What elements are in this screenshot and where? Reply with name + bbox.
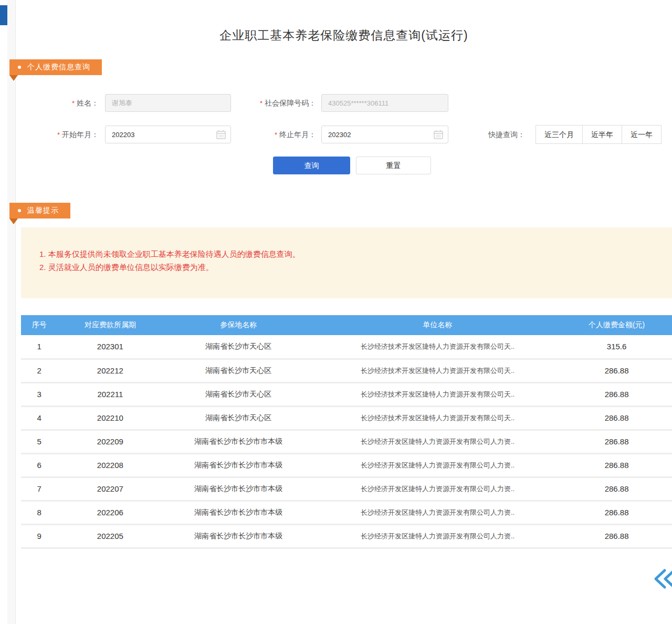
table-cell: 湖南省长沙市天心区: [163, 382, 314, 406]
table-row: 3202211湖南省长沙市天心区长沙经济技术开发区捷特人力资源开发有限公司天..…: [21, 382, 672, 406]
notice-line-2: 2. 灵活就业人员的缴费单位信息以实际缴费为准。: [39, 261, 672, 274]
table-cell: 286.88: [561, 501, 672, 524]
header-amount: 个人缴费金额(元): [561, 315, 672, 335]
table-row: 8202206湖南省长沙市长沙市市本级长沙经济开发区捷特人力资源开发有限公司人力…: [21, 501, 672, 524]
results-table: 序号 对应费款所属期 参保地名称 单位名称 个人缴费金额(元) 1202301湖…: [21, 315, 672, 549]
table-cell: 7: [21, 477, 57, 501]
table-cell: 5: [21, 430, 57, 453]
table-row: 1202301湖南省长沙市天心区长沙经济技术开发区捷特人力资源开发有限公司天..…: [21, 335, 672, 359]
table-cell: 202208: [57, 453, 163, 477]
table-cell: 9: [21, 524, 57, 548]
table-cell: 长沙经济技术开发区捷特人力资源开发有限公司天..: [314, 406, 561, 430]
table-cell: 湖南省长沙市长沙市市本级: [163, 524, 314, 548]
table-cell: 湖南省长沙市天心区: [163, 335, 314, 359]
table-cell: 湖南省长沙市天心区: [163, 359, 314, 382]
table-cell: 2: [21, 359, 57, 382]
table-cell: 286.88: [561, 430, 672, 453]
table-cell: 湖南省长沙市长沙市市本级: [163, 430, 314, 453]
ribbon-fold: [9, 219, 18, 224]
header-company: 单位名称: [314, 315, 561, 335]
quick-query-label: 快捷查询：: [488, 125, 532, 144]
name-label: *姓名：: [0, 94, 99, 112]
double-chevron-left-icon[interactable]: [653, 567, 672, 591]
quick-btn-3-months[interactable]: 近三个月: [536, 125, 583, 144]
bullet-dot-icon: [18, 209, 21, 212]
table-cell: 1: [21, 335, 57, 359]
table-cell: 长沙经济开发区捷特人力资源开发有限公司人力资..: [314, 477, 561, 501]
header-index: 序号: [21, 315, 57, 335]
required-star: *: [72, 99, 75, 107]
table-cell: 286.88: [561, 382, 672, 406]
end-month-field[interactable]: [321, 126, 448, 143]
reset-button[interactable]: 重置: [356, 157, 431, 174]
required-star: *: [275, 131, 277, 139]
table-cell: 长沙经济开发区捷特人力资源开发有限公司人力资..: [314, 524, 561, 548]
query-button[interactable]: 查询: [273, 157, 350, 174]
table-cell: 长沙经济技术开发区捷特人力资源开发有限公司天..: [314, 359, 561, 382]
table-row: 4202210湖南省长沙市天心区长沙经济技术开发区捷特人力资源开发有限公司天..…: [21, 406, 672, 430]
table-cell: 3: [21, 382, 57, 406]
table-cell: 286.88: [561, 359, 672, 382]
table-row: 2202212湖南省长沙市天心区长沙经济技术开发区捷特人力资源开发有限公司天..…: [21, 359, 672, 382]
table-cell: 202207: [57, 477, 163, 501]
ssn-label: *社会保障号码：: [210, 94, 316, 112]
end-month-label: *终止年月：: [210, 126, 316, 143]
table-cell: 202212: [57, 359, 163, 382]
ribbon-fold: [9, 75, 18, 81]
table-cell: 286.88: [561, 477, 672, 501]
table-cell: 6: [21, 453, 57, 477]
table-cell: 长沙经济技术开发区捷特人力资源开发有限公司天..: [314, 382, 561, 406]
table-row: 6202208湖南省长沙市长沙市市本级长沙经济开发区捷特人力资源开发有限公司人力…: [21, 453, 672, 477]
header-period: 对应费款所属期: [57, 315, 163, 335]
page-title: 企业职工基本养老保险缴费信息查询(试运行): [16, 27, 672, 44]
calendar-icon[interactable]: [433, 129, 444, 140]
table-header-row: 序号 对应费款所属期 参保地名称 单位名称 个人缴费金额(元): [21, 315, 672, 335]
required-star: *: [260, 99, 262, 107]
table-cell: 202209: [57, 430, 163, 453]
table-cell: 湖南省长沙市长沙市市本级: [163, 453, 314, 477]
table-cell: 202206: [57, 501, 163, 524]
quick-btn-one-year[interactable]: 近一年: [622, 125, 662, 144]
table-cell: 4: [21, 406, 57, 430]
table-cell: 长沙经济开发区捷特人力资源开发有限公司人力资..: [314, 453, 561, 477]
quick-query-group: 近三个月 近半年 近一年: [536, 125, 662, 144]
table-row: 7202207湖南省长沙市长沙市市本级长沙经济开发区捷特人力资源开发有限公司人力…: [21, 477, 672, 501]
required-star: *: [57, 131, 60, 139]
table-cell: 286.88: [561, 406, 672, 430]
quick-btn-half-year[interactable]: 近半年: [582, 125, 622, 144]
table-cell: 长沙经济开发区捷特人力资源开发有限公司人力资..: [314, 430, 561, 453]
table-cell: 长沙经济开发区捷特人力资源开发有限公司人力资..: [314, 501, 561, 524]
table-cell: 长沙经济技术开发区捷特人力资源开发有限公司天..: [314, 335, 561, 359]
table-cell: 286.88: [561, 524, 672, 548]
table-cell: 286.88: [561, 453, 672, 477]
notice-line-1: 1. 本服务仅提供尚未领取企业职工基本养老保险待遇人员的缴费信息查询。: [39, 247, 672, 261]
table-cell: 湖南省长沙市长沙市市本级: [163, 501, 314, 524]
notice-box: 1. 本服务仅提供尚未领取企业职工基本养老保险待遇人员的缴费信息查询。 2. 灵…: [21, 227, 672, 298]
header-area: 参保地名称: [163, 315, 314, 335]
start-month-label: *开始年月：: [0, 126, 99, 143]
left-blue-tab: [0, 5, 7, 25]
table-cell: 315.6: [561, 335, 672, 359]
section-badge-personal-query: 个人缴费信息查询: [9, 59, 102, 75]
ssn-field: [321, 94, 448, 112]
table-cell: 8: [21, 501, 57, 524]
bullet-dot-icon: [18, 66, 21, 69]
section-badge-tips: 温馨提示: [9, 203, 70, 219]
table-cell: 202301: [57, 335, 163, 359]
table-cell: 湖南省长沙市长沙市市本级: [163, 477, 314, 501]
table-cell: 202211: [57, 382, 163, 406]
table-body: 1202301湖南省长沙市天心区长沙经济技术开发区捷特人力资源开发有限公司天..…: [21, 335, 672, 548]
section-badge-label: 温馨提示: [27, 206, 59, 215]
table-cell: 湖南省长沙市天心区: [163, 406, 314, 430]
table-row: 5202209湖南省长沙市长沙市市本级长沙经济开发区捷特人力资源开发有限公司人力…: [21, 430, 672, 453]
table-cell: 202205: [57, 524, 163, 548]
section-badge-label: 个人缴费信息查询: [27, 63, 90, 72]
table-cell: 202210: [57, 406, 163, 430]
table-row: 9202205湖南省长沙市长沙市市本级长沙经济开发区捷特人力资源开发有限公司人力…: [21, 524, 672, 548]
